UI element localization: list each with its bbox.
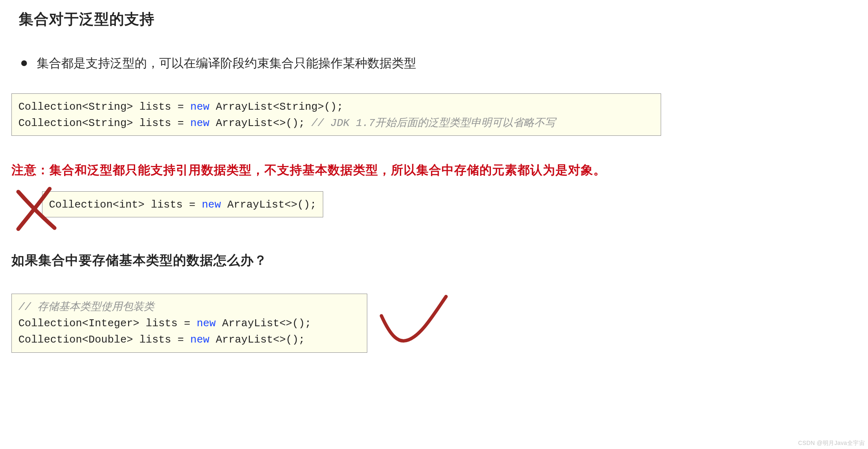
code-segment: ArrayList<String>(); [209,101,343,113]
code-comment: // JDK 1.7开始后面的泛型类型申明可以省略不写 [311,117,555,129]
code-segment: ArrayList<>(); [209,117,311,129]
keyword-new: new [190,117,209,129]
code-block-3: // 存储基本类型使用包装类 Collection<Integer> lists… [11,294,367,353]
keyword-new: new [190,101,209,113]
keyword-new: new [202,199,221,211]
code-segment: Collection<Integer> lists = [18,317,197,330]
check-icon [375,294,453,347]
code-segment: ArrayList<>(); [216,317,311,330]
code-block-2: Collection<int> lists = new ArrayList<>(… [42,191,323,217]
bullet-dot-icon [21,60,27,66]
important-note: 注意：集合和泛型都只能支持引用数据类型，不支持基本数据类型，所以集合中存储的元素… [11,160,857,180]
code-segment: Collection<String> lists = [18,117,190,129]
code-comment: // 存储基本类型使用包装类 [18,301,154,313]
code-segment: ArrayList<>(); [209,334,305,346]
bullet-text: 集合都是支持泛型的，可以在编译阶段约束集合只能操作某种数据类型 [37,53,416,73]
heading-main: 集合对于泛型的支持 [19,7,857,31]
code-segment: Collection<Double> lists = [18,334,190,346]
subheading: 如果集合中要存储基本类型的数据怎么办？ [11,250,857,271]
keyword-new: new [197,317,216,330]
code-segment: Collection<String> lists = [18,101,190,113]
cross-icon [11,184,60,233]
invalid-example: Collection<int> lists = new ArrayList<>(… [11,191,323,217]
bullet-item: 集合都是支持泛型的，可以在编译阶段约束集合只能操作某种数据类型 [21,53,857,73]
code-segment: Collection<int> lists = [49,199,202,211]
code-block-1: Collection<String> lists = new ArrayList… [11,93,661,136]
code-segment: ArrayList<>(); [221,199,316,211]
keyword-new: new [190,334,209,346]
valid-example: // 存储基本类型使用包装类 Collection<Integer> lists… [11,294,857,353]
